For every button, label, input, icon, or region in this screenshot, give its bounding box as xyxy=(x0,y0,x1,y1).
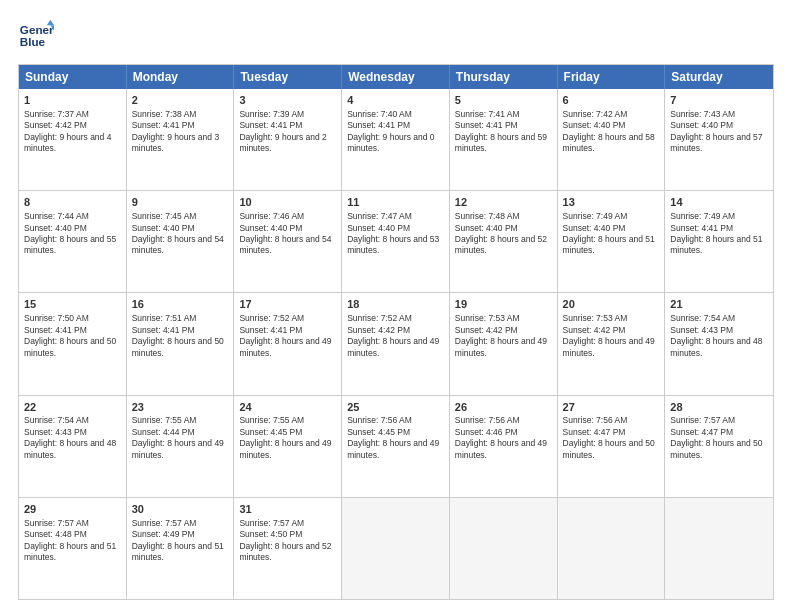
daylight-text: Daylight: 8 hours and 50 minutes. xyxy=(670,438,762,459)
sunset-text: Sunset: 4:43 PM xyxy=(24,427,87,437)
sunrise-text: Sunrise: 7:56 AM xyxy=(455,415,520,425)
sunset-text: Sunset: 4:45 PM xyxy=(347,427,410,437)
sunrise-text: Sunrise: 7:52 AM xyxy=(347,313,412,323)
sunset-text: Sunset: 4:50 PM xyxy=(239,529,302,539)
sunrise-text: Sunrise: 7:49 AM xyxy=(563,211,628,221)
sunrise-text: Sunrise: 7:52 AM xyxy=(239,313,304,323)
day-number: 28 xyxy=(670,400,768,415)
sunrise-text: Sunrise: 7:54 AM xyxy=(24,415,89,425)
sunset-text: Sunset: 4:42 PM xyxy=(563,325,626,335)
sunrise-text: Sunrise: 7:57 AM xyxy=(670,415,735,425)
sunrise-text: Sunrise: 7:39 AM xyxy=(239,109,304,119)
sunrise-text: Sunrise: 7:53 AM xyxy=(563,313,628,323)
calendar-header-cell: Saturday xyxy=(665,65,773,89)
calendar-header-cell: Monday xyxy=(127,65,235,89)
sunrise-text: Sunrise: 7:42 AM xyxy=(563,109,628,119)
day-number: 16 xyxy=(132,297,229,312)
svg-text:Blue: Blue xyxy=(20,35,46,48)
day-number: 5 xyxy=(455,93,552,108)
calendar-cell: 28Sunrise: 7:57 AMSunset: 4:47 PMDayligh… xyxy=(665,396,773,497)
sunrise-text: Sunrise: 7:38 AM xyxy=(132,109,197,119)
sunset-text: Sunset: 4:42 PM xyxy=(24,120,87,130)
sunrise-text: Sunrise: 7:55 AM xyxy=(239,415,304,425)
calendar-cell: 18Sunrise: 7:52 AMSunset: 4:42 PMDayligh… xyxy=(342,293,450,394)
sunset-text: Sunset: 4:47 PM xyxy=(563,427,626,437)
daylight-text: Daylight: 8 hours and 51 minutes. xyxy=(24,541,116,562)
calendar-header-cell: Wednesday xyxy=(342,65,450,89)
day-number: 3 xyxy=(239,93,336,108)
calendar-cell: 15Sunrise: 7:50 AMSunset: 4:41 PMDayligh… xyxy=(19,293,127,394)
sunrise-text: Sunrise: 7:51 AM xyxy=(132,313,197,323)
daylight-text: Daylight: 8 hours and 54 minutes. xyxy=(132,234,224,255)
sunset-text: Sunset: 4:41 PM xyxy=(455,120,518,130)
sunset-text: Sunset: 4:41 PM xyxy=(24,325,87,335)
calendar-header-cell: Friday xyxy=(558,65,666,89)
daylight-text: Daylight: 8 hours and 49 minutes. xyxy=(347,336,439,357)
calendar-cell: 13Sunrise: 7:49 AMSunset: 4:40 PMDayligh… xyxy=(558,191,666,292)
calendar-cell: 20Sunrise: 7:53 AMSunset: 4:42 PMDayligh… xyxy=(558,293,666,394)
day-number: 26 xyxy=(455,400,552,415)
daylight-text: Daylight: 8 hours and 53 minutes. xyxy=(347,234,439,255)
logo: General Blue xyxy=(18,18,54,54)
sunset-text: Sunset: 4:40 PM xyxy=(670,120,733,130)
sunset-text: Sunset: 4:47 PM xyxy=(670,427,733,437)
day-number: 9 xyxy=(132,195,229,210)
day-number: 4 xyxy=(347,93,444,108)
sunset-text: Sunset: 4:41 PM xyxy=(239,120,302,130)
day-number: 29 xyxy=(24,502,121,517)
calendar-cell: 14Sunrise: 7:49 AMSunset: 4:41 PMDayligh… xyxy=(665,191,773,292)
sunrise-text: Sunrise: 7:56 AM xyxy=(563,415,628,425)
day-number: 1 xyxy=(24,93,121,108)
sunset-text: Sunset: 4:40 PM xyxy=(132,223,195,233)
calendar-cell: 5Sunrise: 7:41 AMSunset: 4:41 PMDaylight… xyxy=(450,89,558,190)
day-number: 10 xyxy=(239,195,336,210)
calendar-cell: 11Sunrise: 7:47 AMSunset: 4:40 PMDayligh… xyxy=(342,191,450,292)
sunset-text: Sunset: 4:41 PM xyxy=(347,120,410,130)
sunset-text: Sunset: 4:40 PM xyxy=(563,120,626,130)
calendar-header-cell: Thursday xyxy=(450,65,558,89)
sunrise-text: Sunrise: 7:43 AM xyxy=(670,109,735,119)
sunrise-text: Sunrise: 7:44 AM xyxy=(24,211,89,221)
calendar-cell: 4Sunrise: 7:40 AMSunset: 4:41 PMDaylight… xyxy=(342,89,450,190)
calendar-cell: 27Sunrise: 7:56 AMSunset: 4:47 PMDayligh… xyxy=(558,396,666,497)
day-number: 2 xyxy=(132,93,229,108)
daylight-text: Daylight: 8 hours and 58 minutes. xyxy=(563,132,655,153)
sunset-text: Sunset: 4:48 PM xyxy=(24,529,87,539)
sunrise-text: Sunrise: 7:50 AM xyxy=(24,313,89,323)
sunrise-text: Sunrise: 7:46 AM xyxy=(239,211,304,221)
calendar-week-row: 15Sunrise: 7:50 AMSunset: 4:41 PMDayligh… xyxy=(19,292,773,394)
sunrise-text: Sunrise: 7:37 AM xyxy=(24,109,89,119)
day-number: 6 xyxy=(563,93,660,108)
daylight-text: Daylight: 8 hours and 49 minutes. xyxy=(239,438,331,459)
day-number: 8 xyxy=(24,195,121,210)
calendar-header: SundayMondayTuesdayWednesdayThursdayFrid… xyxy=(19,65,773,89)
page: General Blue SundayMondayTuesdayWednesda… xyxy=(0,0,792,612)
calendar-cell-empty xyxy=(558,498,666,599)
sunset-text: Sunset: 4:40 PM xyxy=(239,223,302,233)
day-number: 15 xyxy=(24,297,121,312)
calendar-cell: 30Sunrise: 7:57 AMSunset: 4:49 PMDayligh… xyxy=(127,498,235,599)
sunrise-text: Sunrise: 7:49 AM xyxy=(670,211,735,221)
sunrise-text: Sunrise: 7:54 AM xyxy=(670,313,735,323)
sunset-text: Sunset: 4:40 PM xyxy=(347,223,410,233)
calendar-header-cell: Sunday xyxy=(19,65,127,89)
sunrise-text: Sunrise: 7:55 AM xyxy=(132,415,197,425)
daylight-text: Daylight: 8 hours and 50 minutes. xyxy=(24,336,116,357)
day-number: 24 xyxy=(239,400,336,415)
day-number: 20 xyxy=(563,297,660,312)
calendar-cell: 2Sunrise: 7:38 AMSunset: 4:41 PMDaylight… xyxy=(127,89,235,190)
day-number: 11 xyxy=(347,195,444,210)
daylight-text: Daylight: 8 hours and 57 minutes. xyxy=(670,132,762,153)
header: General Blue xyxy=(18,18,774,54)
sunset-text: Sunset: 4:46 PM xyxy=(455,427,518,437)
day-number: 19 xyxy=(455,297,552,312)
day-number: 30 xyxy=(132,502,229,517)
sunset-text: Sunset: 4:43 PM xyxy=(670,325,733,335)
day-number: 18 xyxy=(347,297,444,312)
daylight-text: Daylight: 9 hours and 2 minutes. xyxy=(239,132,326,153)
logo-icon: General Blue xyxy=(18,18,54,54)
calendar-week-row: 22Sunrise: 7:54 AMSunset: 4:43 PMDayligh… xyxy=(19,395,773,497)
calendar-cell: 8Sunrise: 7:44 AMSunset: 4:40 PMDaylight… xyxy=(19,191,127,292)
daylight-text: Daylight: 8 hours and 49 minutes. xyxy=(455,336,547,357)
sunrise-text: Sunrise: 7:57 AM xyxy=(239,518,304,528)
